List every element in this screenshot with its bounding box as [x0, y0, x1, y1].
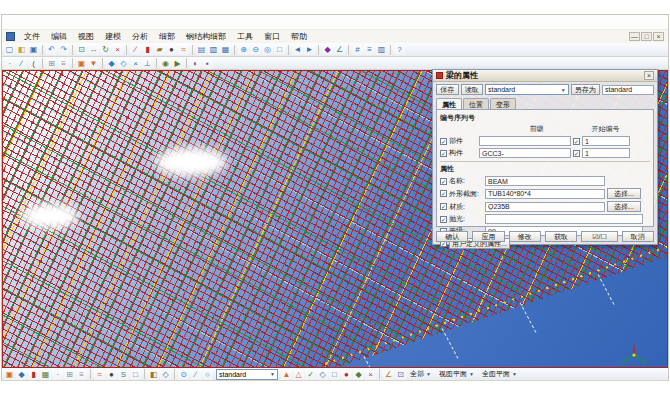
part-prefix-input[interactable]: [479, 136, 571, 146]
toggle-all-button[interactable]: ☑/☐: [581, 231, 617, 242]
profile-checkbox[interactable]: [440, 190, 447, 197]
menu-modeling[interactable]: 建模: [103, 31, 123, 42]
snap-depth-toggle-icon[interactable]: ⊡: [395, 369, 406, 380]
menu-detailing[interactable]: 细部: [157, 31, 177, 42]
material-select-button[interactable]: 选择...: [607, 201, 641, 212]
help-icon[interactable]: ?: [394, 44, 405, 55]
menu-help[interactable]: 帮助: [289, 31, 309, 42]
tab-deforming[interactable]: 变形: [490, 98, 516, 109]
snap-midpoint-icon[interactable]: ◇: [118, 58, 129, 69]
attribute-file-combo[interactable]: standard ▼: [485, 84, 569, 95]
create-beam-icon[interactable]: ∕: [130, 44, 141, 55]
clash-check-icon[interactable]: ◆: [322, 44, 333, 55]
save-as-input[interactable]: [602, 85, 654, 95]
snap-scope-dropdown[interactable]: 全部▼: [407, 369, 434, 379]
snap-node-icon[interactable]: ●: [341, 369, 352, 380]
close-window-icon[interactable]: ×: [653, 32, 664, 41]
rotate-icon[interactable]: ↻: [100, 44, 111, 55]
select-points-icon[interactable]: ∙: [52, 369, 63, 380]
modify-button[interactable]: 修改: [509, 231, 541, 242]
snap-check-icon[interactable]: ✓: [305, 369, 316, 380]
snap-plane-dropdown[interactable]: 视图平面▼: [436, 369, 477, 379]
snap-nearest-icon[interactable]: ◇: [317, 369, 328, 380]
create-point-icon[interactable]: ∙: [4, 58, 15, 69]
assembly-start-number-input[interactable]: [582, 148, 630, 158]
snap-geometry-lines-icon[interactable]: ∕: [190, 369, 201, 380]
undo-icon[interactable]: ↶: [46, 44, 57, 55]
select-surfaces-icon[interactable]: ▦: [40, 369, 51, 380]
profile-input[interactable]: [485, 189, 605, 199]
select-components-icon[interactable]: ◆: [16, 369, 27, 380]
create-plate-icon[interactable]: ▰: [154, 44, 165, 55]
get-button[interactable]: 获取: [545, 231, 577, 242]
select-bolts-icon[interactable]: ●: [106, 369, 117, 380]
material-checkbox[interactable]: [440, 203, 447, 210]
select-grid-lines-icon[interactable]: ≡: [76, 369, 87, 380]
finish-input[interactable]: [485, 214, 643, 224]
assembly-prefix-input[interactable]: [479, 148, 571, 158]
menu-window[interactable]: 窗口: [262, 31, 282, 42]
select-assemblies-icon[interactable]: ◧: [148, 369, 159, 380]
redo-icon[interactable]: ↷: [58, 44, 69, 55]
finish-checkbox[interactable]: [440, 216, 447, 223]
minimize-window-icon[interactable]: —: [629, 32, 640, 41]
dialog-title-bar[interactable]: 梁的属性 ×: [433, 70, 657, 82]
previous-view-icon[interactable]: ◄: [292, 44, 303, 55]
close-icon[interactable]: ×: [644, 71, 654, 80]
snap-reference-points-icon[interactable]: ⊙: [178, 369, 189, 380]
grid-icon[interactable]: ⊞: [46, 58, 57, 69]
select-single-objects-icon[interactable]: ◇: [160, 369, 171, 380]
snap-override-b-icon[interactable]: △: [293, 369, 304, 380]
cancel-button[interactable]: 取消: [622, 231, 654, 242]
snap-free-icon[interactable]: ○: [202, 369, 213, 380]
snap-any-icon[interactable]: □: [329, 369, 340, 380]
part-start-checkbox[interactable]: [573, 138, 580, 145]
snap-intersection-icon[interactable]: ×: [130, 58, 141, 69]
menu-edit[interactable]: 编辑: [49, 31, 69, 42]
selection-filter-combo[interactable]: standard ▼: [216, 369, 278, 380]
select-all-icon[interactable]: ▣: [76, 58, 87, 69]
new-model-icon[interactable]: ▢: [4, 44, 15, 55]
grid-line-icon[interactable]: ≡: [58, 58, 69, 69]
menu-file[interactable]: 文件: [22, 31, 42, 42]
part-start-number-input[interactable]: [582, 136, 630, 146]
assembly-checkbox[interactable]: [440, 150, 447, 157]
select-welds-icon[interactable]: ≈: [94, 369, 105, 380]
create-arc-icon[interactable]: (: [28, 58, 39, 69]
name-checkbox[interactable]: [440, 178, 447, 185]
delete-icon[interactable]: ×: [112, 44, 123, 55]
create-column-icon[interactable]: ▮: [142, 44, 153, 55]
apply-button[interactable]: 应用: [472, 231, 504, 242]
material-input[interactable]: [485, 202, 605, 212]
save-as-button[interactable]: 另存为: [571, 84, 600, 95]
open-model-icon[interactable]: ◧: [16, 44, 27, 55]
tab-position[interactable]: 位置: [463, 98, 489, 109]
select-parts-icon[interactable]: ▮: [28, 369, 39, 380]
move-icon[interactable]: ↔: [88, 44, 99, 55]
snap-override-a-icon[interactable]: ▲: [281, 369, 292, 380]
fit-view-icon[interactable]: □: [274, 44, 285, 55]
name-input[interactable]: [485, 176, 605, 186]
snap-off-icon[interactable]: ×: [365, 369, 376, 380]
create-bolt-icon[interactable]: ●: [166, 44, 177, 55]
create-line-icon[interactable]: ∕: [16, 58, 27, 69]
render-view-icon[interactable]: ▧: [208, 44, 219, 55]
part-checkbox[interactable]: [440, 138, 447, 145]
select-objects-icon[interactable]: ▣: [4, 369, 15, 380]
snap-endpoint-icon[interactable]: ◆: [106, 58, 117, 69]
save-button[interactable]: 保存: [436, 84, 459, 95]
create-weld-icon[interactable]: ≈: [178, 44, 189, 55]
ok-button[interactable]: 确认: [436, 231, 468, 242]
select-grids-icon[interactable]: ⊞: [64, 369, 75, 380]
snap-depth-dropdown[interactable]: 全图平面▼: [479, 369, 520, 379]
run-macro-icon[interactable]: ▶: [172, 58, 183, 69]
select-views-icon[interactable]: □: [130, 369, 141, 380]
next-view-icon[interactable]: ►: [304, 44, 315, 55]
menu-view[interactable]: 视图: [76, 31, 96, 42]
view-list-icon[interactable]: ▦: [220, 44, 231, 55]
profile-select-button[interactable]: 选择...: [607, 188, 641, 199]
zoom-out-icon[interactable]: ⊖: [250, 44, 261, 55]
phase-manager-icon[interactable]: ◐: [190, 58, 201, 69]
selection-filter-icon[interactable]: ▼: [88, 58, 99, 69]
menu-steel-detailing[interactable]: 钢结构细部: [184, 31, 228, 42]
